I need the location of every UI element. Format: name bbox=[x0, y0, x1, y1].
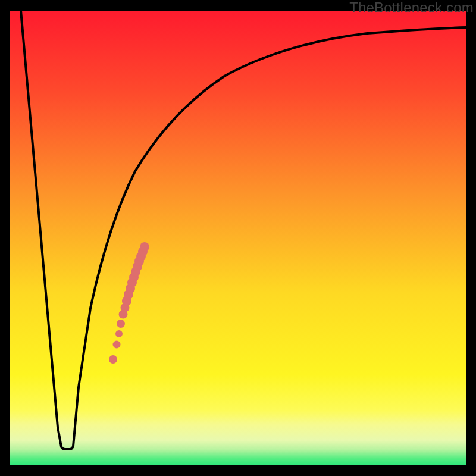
chart-frame bbox=[10, 11, 466, 465]
bottleneck-curve bbox=[10, 11, 466, 465]
svg-point-1 bbox=[109, 355, 117, 364]
svg-point-4 bbox=[117, 320, 125, 328]
dot-cluster bbox=[109, 242, 149, 364]
svg-point-2 bbox=[113, 341, 121, 349]
svg-point-17 bbox=[140, 242, 149, 252]
watermark-text: TheBottleneck.com bbox=[349, 0, 474, 16]
svg-point-3 bbox=[115, 330, 123, 337]
curve-path bbox=[21, 11, 466, 449]
